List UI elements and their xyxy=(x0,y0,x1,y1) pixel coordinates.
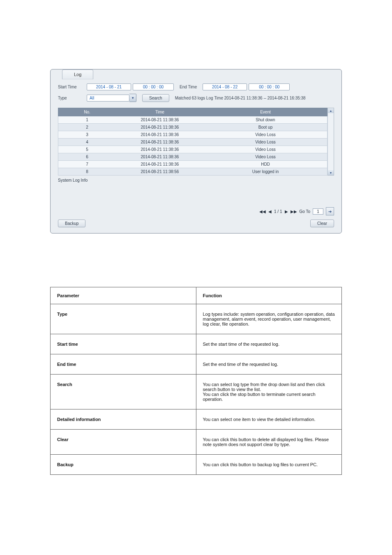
search-button[interactable]: Search xyxy=(142,94,169,102)
cell-no: 4 xyxy=(58,139,116,146)
param-row: Detailed informationYou can select one i… xyxy=(51,409,342,430)
table-row[interactable]: 72014-08-21 11:38:36HDD xyxy=(58,161,327,168)
table-row[interactable]: 32014-08-21 11:38:36Video Loss xyxy=(58,131,327,139)
last-page-icon[interactable]: ▶▶ xyxy=(291,209,297,214)
label-start-time: Start Time xyxy=(58,85,87,89)
page-indicator: 1 / 1 xyxy=(274,209,282,214)
cell-no: 7 xyxy=(58,161,116,168)
param-desc: You can click this button to backup log … xyxy=(196,455,342,475)
param-row: ClearYou can click this button to delete… xyxy=(51,430,342,455)
param-name: Start time xyxy=(51,334,196,354)
cell-time: 2014-08-21 11:38:36 xyxy=(116,131,204,138)
pager: ◀◀ ◀ 1 / 1 ▶ ▶▶ Go To 1 ➔ xyxy=(58,207,334,215)
param-row: End timeSet the end time of the requeste… xyxy=(51,354,342,375)
table-row[interactable]: 12014-08-21 11:38:36Shut down xyxy=(58,116,327,124)
param-header: Parameter xyxy=(51,287,196,304)
table-row[interactable]: 42014-08-21 11:38:36Video Loss xyxy=(58,139,327,146)
next-page-icon[interactable]: ▶ xyxy=(285,209,288,214)
log-window: Log Start Time 2014 - 08 - 21 00 : 00 : … xyxy=(50,69,342,234)
param-desc: Log types include: system operation, con… xyxy=(196,304,342,334)
param-row: SearchYou can select log type from the d… xyxy=(51,375,342,409)
param-desc: You can select one item to view the deta… xyxy=(196,409,342,430)
clear-button[interactable]: Clear xyxy=(310,220,334,227)
cell-event: Video Loss xyxy=(204,146,327,153)
end-date-field[interactable]: 2014 - 08 - 22 xyxy=(203,83,247,90)
goto-label: Go To xyxy=(300,209,311,214)
cell-time: 2014-08-21 11:38:36 xyxy=(116,161,204,168)
cell-event: Video Loss xyxy=(204,131,327,138)
table-row[interactable]: 62014-08-21 11:38:36Video Loss xyxy=(58,153,327,161)
prev-page-icon[interactable]: ◀ xyxy=(268,209,272,214)
cell-event: Boot up xyxy=(204,124,327,131)
goto-button[interactable]: ➔ xyxy=(326,207,334,215)
param-name: End time xyxy=(51,354,196,375)
param-name: Type xyxy=(51,304,196,334)
param-name: Clear xyxy=(51,430,196,455)
scroll-down-icon[interactable]: ▾ xyxy=(328,170,334,175)
chevron-down-icon[interactable]: ▾ xyxy=(129,94,136,102)
table-row[interactable]: 82014-08-21 11:38:56User logged in xyxy=(58,168,327,176)
cell-event: Shut down xyxy=(204,116,327,123)
cell-no: 8 xyxy=(58,168,116,175)
backup-button[interactable]: Backup xyxy=(58,220,85,227)
param-row: Start timeSet the start time of the requ… xyxy=(51,334,342,354)
cell-time: 2014-08-21 11:38:56 xyxy=(116,168,204,175)
cell-no: 2 xyxy=(58,124,116,131)
log-table: No. Time Event 12014-08-21 11:38:36Shut … xyxy=(58,108,334,176)
cell-time: 2014-08-21 11:38:36 xyxy=(116,146,204,153)
table-row[interactable]: 52014-08-21 11:38:36Video Loss xyxy=(58,146,327,153)
first-page-icon[interactable]: ◀◀ xyxy=(259,209,266,214)
scroll-up-icon[interactable]: ▴ xyxy=(328,108,334,113)
cell-no: 6 xyxy=(58,153,116,160)
cell-time: 2014-08-21 11:38:36 xyxy=(116,153,204,160)
table-row[interactable]: 22014-08-21 11:38:36Boot up xyxy=(58,124,327,131)
parameter-table: Parameter Function TypeLog types include… xyxy=(50,287,342,475)
function-header: Function xyxy=(196,287,342,304)
start-time-field[interactable]: 00 : 00 : 00 xyxy=(133,83,174,90)
cell-no: 1 xyxy=(58,116,116,123)
param-name: Backup xyxy=(51,455,196,475)
label-end-time: End Time xyxy=(180,85,197,89)
cell-event: HDD xyxy=(204,161,327,168)
tab-log[interactable]: Log xyxy=(62,69,93,79)
param-desc: Set the end time of the requested log. xyxy=(196,354,342,375)
cell-time: 2014-08-21 11:38:36 xyxy=(116,116,204,123)
cell-event: User logged in xyxy=(204,168,327,175)
param-desc: Set the start time of the requested log. xyxy=(196,334,342,354)
param-row: TypeLog types include: system operation,… xyxy=(51,304,342,334)
start-date-field[interactable]: 2014 - 08 - 21 xyxy=(87,83,131,90)
scrollbar[interactable]: ▴ ▾ xyxy=(327,108,334,176)
col-no: No. xyxy=(58,108,116,116)
param-name: Detailed information xyxy=(51,409,196,430)
end-time-field[interactable]: 00 : 00 : 00 xyxy=(249,83,290,90)
type-select[interactable]: All xyxy=(87,95,129,102)
param-name: Search xyxy=(51,375,196,409)
col-event: Event xyxy=(204,108,327,116)
matched-status: Matched 63 logs Log Time 2014-08-21 11:3… xyxy=(175,96,306,100)
cell-time: 2014-08-21 11:38:36 xyxy=(116,124,204,131)
param-desc: You can click this button to delete all … xyxy=(196,430,342,455)
cell-no: 5 xyxy=(58,146,116,153)
goto-input[interactable]: 1 xyxy=(313,208,323,215)
cell-no: 3 xyxy=(58,131,116,138)
cell-event: Video Loss xyxy=(204,153,327,160)
param-desc: You can select log type from the drop do… xyxy=(196,375,342,409)
label-type: Type xyxy=(58,96,87,100)
system-log-info: System Log Info xyxy=(58,178,334,183)
cell-event: Video Loss xyxy=(204,139,327,146)
col-time: Time xyxy=(116,108,204,116)
cell-time: 2014-08-21 11:38:36 xyxy=(116,139,204,146)
param-row: BackupYou can click this button to backu… xyxy=(51,455,342,475)
